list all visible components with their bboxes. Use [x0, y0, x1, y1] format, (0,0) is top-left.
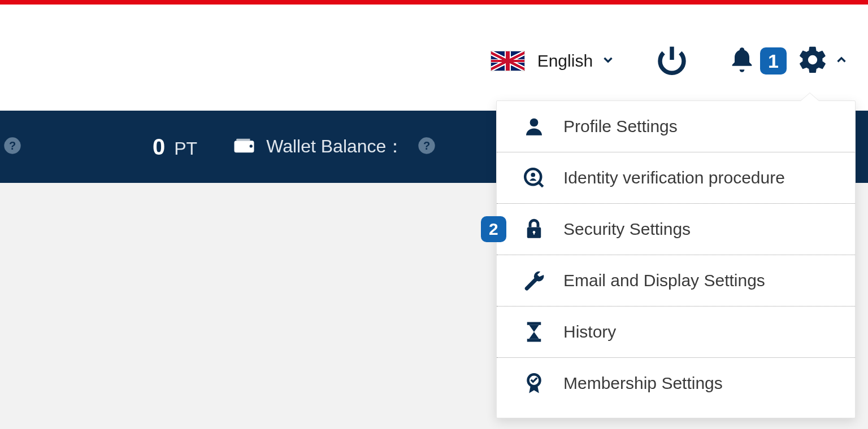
notification-badge: 1: [760, 47, 787, 75]
points-unit: PT: [174, 138, 197, 159]
hourglass-icon: [519, 320, 549, 344]
menu-label: Email and Display Settings: [563, 271, 765, 290]
points-value: 0: [153, 134, 165, 160]
chevron-up-icon: [834, 52, 849, 69]
menu-label: Membership Settings: [563, 374, 723, 393]
svg-text:?: ?: [423, 139, 430, 152]
menu-item-email-display[interactable]: Email and Display Settings: [497, 255, 855, 307]
menu-label: Security Settings: [563, 220, 691, 239]
user-icon: [519, 115, 549, 138]
language-selector[interactable]: English: [491, 51, 615, 71]
bell-icon: [727, 45, 757, 77]
security-badge: 2: [481, 216, 506, 242]
wallet-label: Wallet Balance：: [266, 134, 404, 159]
svg-line-8: [539, 183, 543, 187]
top-red-bar: [0, 0, 868, 5]
menu-label: Identity verification procedure: [563, 168, 785, 187]
wallet-icon: [232, 134, 256, 160]
power-icon[interactable]: [656, 44, 688, 78]
uk-flag-icon: [491, 51, 525, 71]
menu-item-history[interactable]: History: [497, 307, 855, 358]
svg-text:?: ?: [9, 139, 16, 152]
menu-item-membership[interactable]: Membership Settings: [497, 358, 855, 409]
header-controls: English 1: [491, 44, 849, 78]
lock-icon: [519, 217, 549, 241]
help-icon[interactable]: ?: [418, 137, 436, 157]
menu-item-profile[interactable]: Profile Settings: [497, 101, 855, 152]
language-label: English: [537, 51, 593, 71]
help-icon[interactable]: ?: [3, 137, 21, 157]
menu-label: History: [563, 322, 616, 342]
chevron-down-icon: [601, 52, 615, 69]
gear-icon: [797, 44, 828, 78]
settings-dropdown: Profile Settings Identity verification p…: [496, 100, 856, 418]
award-icon: [519, 371, 549, 395]
wallet-display: Wallet Balance： ?: [232, 134, 436, 160]
svg-rect-11: [533, 232, 535, 234]
menu-label: Profile Settings: [563, 117, 678, 136]
svg-rect-12: [527, 322, 541, 325]
search-user-icon: [519, 166, 549, 190]
notifications[interactable]: 1: [727, 45, 787, 77]
svg-rect-13: [527, 339, 541, 342]
svg-point-5: [530, 119, 539, 127]
points-display: 0 PT: [153, 134, 197, 160]
wrench-icon: [519, 269, 549, 292]
settings-toggle[interactable]: [797, 44, 849, 78]
menu-item-identity[interactable]: Identity verification procedure: [497, 152, 855, 204]
svg-point-7: [531, 173, 535, 177]
menu-item-security[interactable]: 2 Security Settings: [497, 204, 855, 255]
top-header: English 1: [0, 5, 868, 111]
